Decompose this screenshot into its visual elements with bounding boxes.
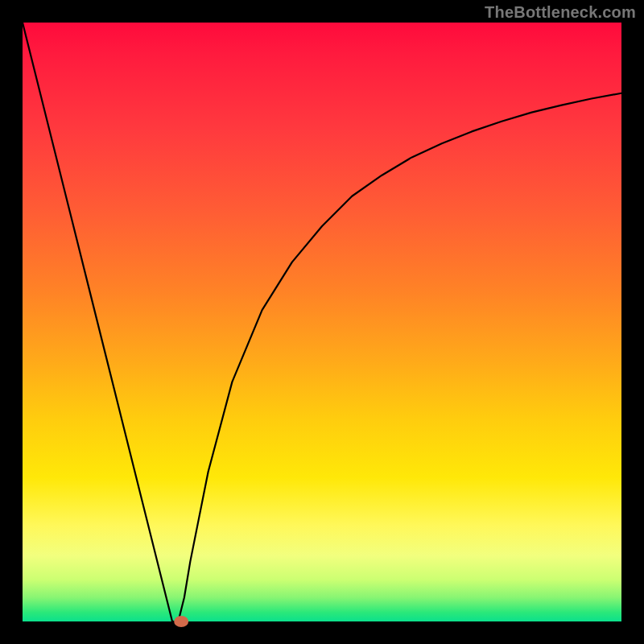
- plot-area: [23, 23, 621, 621]
- optimal-point-marker: [174, 616, 188, 627]
- watermark-text: TheBottleneck.com: [485, 3, 636, 22]
- chart-frame: TheBottleneck.com: [0, 0, 644, 644]
- bottleneck-curve: [23, 23, 621, 621]
- chart-svg: [23, 23, 621, 621]
